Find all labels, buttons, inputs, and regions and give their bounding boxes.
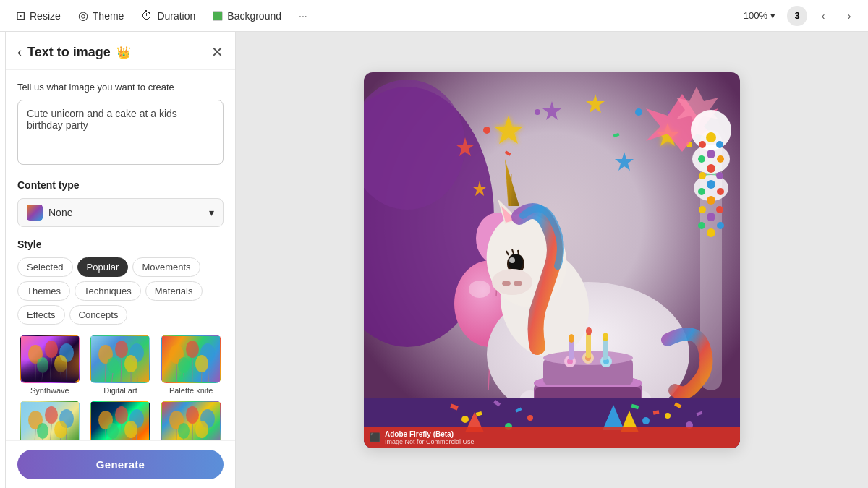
background-button[interactable]: Background — [205, 6, 289, 26]
svg-point-84 — [691, 110, 731, 150]
style-thumb-chaotic — [161, 401, 221, 440]
style-tag-selected[interactable]: Selected — [17, 257, 73, 277]
style-tag-themes[interactable]: Themes — [17, 281, 70, 301]
style-tag-popular[interactable]: Popular — [77, 257, 129, 277]
duration-icon: ⏱ — [141, 9, 153, 22]
svg-line-3 — [50, 358, 51, 383]
content-type-label: Content type — [17, 179, 224, 191]
style-tags: SelectedPopularMovementsThemesTechniques… — [17, 257, 224, 325]
generate-label: Generate — [96, 458, 145, 471]
svg-point-98 — [717, 188, 724, 195]
svg-point-164 — [665, 413, 671, 419]
prev-page-button[interactable]: ‹ — [813, 6, 833, 26]
svg-line-127 — [518, 250, 519, 254]
svg-point-163 — [642, 417, 650, 424]
svg-point-36 — [37, 423, 48, 439]
svg-line-33 — [50, 424, 51, 440]
svg-line-49 — [131, 438, 132, 440]
content-type-select[interactable]: None ▾ — [17, 198, 224, 227]
svg-point-149 — [586, 327, 592, 335]
svg-line-7 — [41, 373, 43, 383]
svg-point-4 — [59, 343, 74, 362]
more-label: ··· — [299, 10, 307, 22]
panel-title: Text to image — [27, 45, 111, 60]
zoom-control[interactable]: 100% ▾ — [738, 7, 781, 24]
adobe-firefly-badge: ⬛ Adobe Firefly (Beta) Image Not for Com… — [364, 427, 740, 448]
main-area: ‹ Text to image 👑 ✕ Tell us what image y… — [0, 32, 868, 488]
svg-point-160 — [461, 416, 469, 423]
svg-line-11 — [106, 364, 106, 383]
style-item-chaotic[interactable]: Chaotic — [158, 401, 224, 440]
panel-header: ‹ Text to image 👑 ✕ — [6, 32, 235, 70]
svg-rect-145 — [569, 340, 574, 360]
style-tag-movements[interactable]: Movements — [132, 257, 200, 277]
back-button[interactable]: ‹ — [17, 45, 22, 60]
style-tag-effects[interactable]: Effects — [17, 305, 65, 325]
style-label-digital-art: Digital art — [103, 386, 137, 395]
svg-point-88 — [699, 141, 706, 148]
svg-line-13 — [122, 358, 122, 383]
svg-rect-146 — [586, 333, 591, 358]
svg-point-130 — [514, 281, 522, 286]
prompt-textarea[interactable]: Cute unicorn and a cake at a kids birthd… — [17, 100, 224, 165]
svg-point-22 — [186, 341, 199, 358]
svg-point-96 — [707, 180, 715, 189]
style-tag-concepts[interactable]: Concepts — [69, 305, 128, 325]
more-button[interactable]: ··· — [292, 6, 315, 26]
svg-point-72 — [535, 109, 540, 115]
style-item-synthwave[interactable]: Synthwave — [17, 335, 82, 395]
generated-image-container: ⬛ Adobe Firefly (Beta) Image Not for Com… — [364, 72, 740, 448]
svg-point-71 — [483, 127, 490, 134]
style-item-digital-art[interactable]: Digital art — [88, 335, 153, 395]
svg-point-103 — [698, 222, 705, 229]
svg-line-59 — [202, 438, 203, 440]
svg-point-32 — [45, 406, 58, 424]
style-item-layered-paper[interactable]: Layered paper — [17, 401, 82, 440]
duration-button[interactable]: ⏱ Duration — [134, 5, 203, 27]
next-arrow-icon: › — [848, 10, 851, 22]
style-item-neon[interactable]: Neon — [88, 401, 153, 440]
style-tag-materials[interactable]: Materials — [145, 281, 203, 301]
style-item-palette-knife[interactable]: Palette knife — [158, 335, 224, 395]
svg-point-46 — [107, 423, 119, 439]
svg-point-58 — [195, 421, 208, 438]
toolbar: ⊡ Resize ◎ Theme ⏱ Duration Background ·… — [0, 0, 868, 32]
svg-point-104 — [717, 222, 724, 229]
svg-line-47 — [113, 439, 114, 440]
svg-point-28 — [195, 355, 208, 372]
svg-line-27 — [184, 373, 184, 383]
style-label-synthwave: Synthwave — [30, 386, 69, 395]
content-type-chevron-icon: ▾ — [209, 207, 214, 218]
svg-line-17 — [112, 373, 114, 383]
svg-point-90 — [707, 150, 715, 158]
svg-point-162 — [527, 415, 533, 421]
content-type-icon-inner — [27, 205, 43, 221]
svg-point-148 — [569, 334, 574, 343]
svg-point-38 — [54, 421, 67, 438]
style-thumb-layered-paper — [20, 401, 80, 440]
prev-arrow-icon: ‹ — [822, 10, 825, 22]
generate-button[interactable]: Generate — [17, 450, 224, 479]
resize-button[interactable]: ⊡ Resize — [9, 4, 68, 27]
generated-image — [364, 72, 740, 448]
close-panel-button[interactable]: ✕ — [211, 43, 224, 61]
svg-point-26 — [178, 357, 190, 373]
panel-title-row: ‹ Text to image 👑 — [17, 45, 131, 60]
content-type-value: None — [48, 207, 72, 218]
svg-point-101 — [716, 206, 723, 213]
svg-point-92 — [717, 155, 724, 163]
svg-rect-147 — [603, 338, 608, 360]
style-thumb-decoration-neon — [91, 402, 150, 440]
svg-point-48 — [124, 421, 137, 438]
next-page-button[interactable]: › — [839, 6, 859, 26]
style-thumb-decoration-palette-knife — [162, 336, 221, 383]
theme-button[interactable]: ◎ Theme — [71, 4, 132, 27]
style-thumb-neon — [90, 401, 150, 440]
svg-line-41 — [106, 429, 106, 440]
style-tag-techniques[interactable]: Techniques — [75, 281, 141, 301]
svg-point-8 — [54, 355, 67, 372]
svg-point-56 — [178, 423, 190, 439]
style-thumb-palette-knife — [161, 335, 221, 383]
resize-icon: ⊡ — [16, 9, 25, 22]
panel-content: Tell us what image you want to create Cu… — [6, 70, 235, 440]
